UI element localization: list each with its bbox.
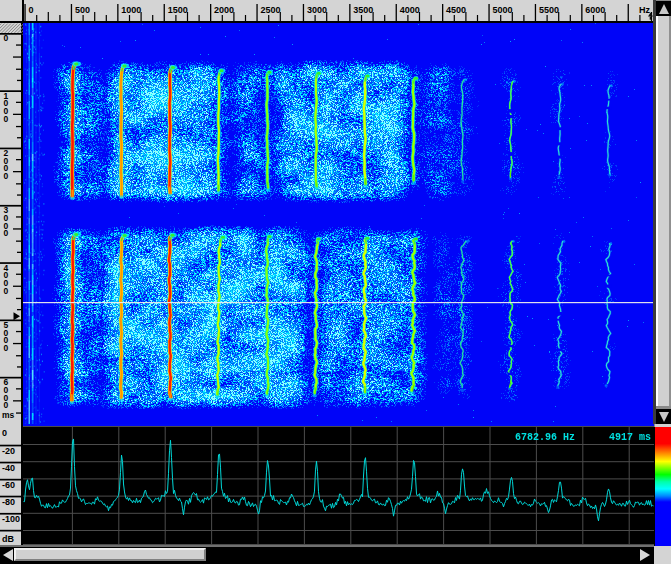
svg-text:6000: 6000 <box>585 5 605 15</box>
svg-text:1500: 1500 <box>168 5 188 15</box>
svg-text:Hz: Hz <box>639 5 650 15</box>
svg-text:1000: 1000 <box>121 5 141 15</box>
svg-text:0: 0 <box>4 114 9 124</box>
svg-text:3500: 3500 <box>353 5 373 15</box>
svg-text:0: 0 <box>4 171 9 181</box>
svg-text:2000: 2000 <box>214 5 234 15</box>
svg-text:0: 0 <box>4 400 9 410</box>
svg-text:0: 0 <box>4 343 9 353</box>
svg-text:dB: dB <box>2 534 14 544</box>
svg-text:-40: -40 <box>2 463 15 473</box>
svg-text:0: 0 <box>4 228 9 238</box>
svg-text:0: 0 <box>4 33 9 43</box>
svg-text:-100: -100 <box>2 514 20 524</box>
svg-text:4000: 4000 <box>400 5 420 15</box>
svg-text:3000: 3000 <box>307 5 327 15</box>
svg-text:-60: -60 <box>2 480 15 490</box>
svg-text:500: 500 <box>75 5 90 15</box>
svg-text:0: 0 <box>2 428 7 438</box>
svg-text:-20: -20 <box>2 446 15 456</box>
svg-text:4500: 4500 <box>446 5 466 15</box>
svg-text:5500: 5500 <box>539 5 559 15</box>
svg-text:0: 0 <box>29 5 34 15</box>
svg-text:ms: ms <box>2 410 15 420</box>
svg-text:0: 0 <box>4 286 9 296</box>
svg-text:-80: -80 <box>2 497 15 507</box>
svg-text:2500: 2500 <box>261 5 281 15</box>
svg-text:5000: 5000 <box>493 5 513 15</box>
